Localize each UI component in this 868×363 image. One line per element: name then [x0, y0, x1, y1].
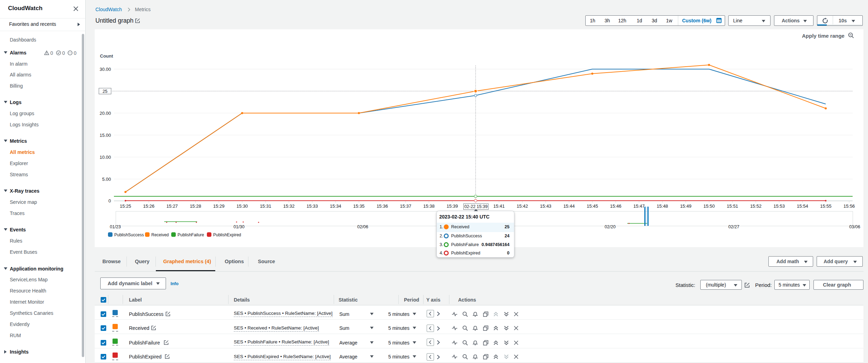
svg-text:30.00: 30.00 [100, 67, 111, 72]
svg-text:15:35: 15:35 [353, 203, 365, 209]
svg-text:15:55: 15:55 [820, 203, 832, 209]
svg-text:15:34: 15:34 [330, 203, 341, 209]
svg-text:03/06: 03/06 [849, 224, 860, 229]
svg-text:25: 25 [103, 89, 108, 94]
svg-text:15:38: 15:38 [423, 203, 435, 209]
svg-text:15:39: 15:39 [447, 203, 458, 209]
svg-text:15:43: 15:43 [540, 203, 551, 209]
svg-text:15:45: 15:45 [587, 203, 598, 209]
svg-text:Received: Received [151, 232, 169, 237]
svg-text:15:41: 15:41 [493, 203, 505, 209]
svg-text:0: 0 [108, 198, 111, 203]
svg-text:01/30: 01/30 [233, 224, 244, 229]
svg-text:15.00: 15.00 [100, 133, 111, 138]
svg-text:15:37: 15:37 [400, 203, 411, 209]
svg-text:PublishExpired: PublishExpired [213, 232, 241, 237]
svg-text:15:28: 15:28 [190, 203, 201, 209]
svg-text:15:31: 15:31 [260, 203, 272, 209]
svg-text:01/23: 01/23 [110, 224, 121, 229]
svg-text:PublishSuccess: PublishSuccess [114, 232, 144, 237]
svg-text:15:47: 15:47 [634, 203, 645, 209]
svg-text:20.00: 20.00 [100, 111, 111, 116]
svg-text:Count: Count [100, 53, 113, 59]
svg-text:15:54: 15:54 [797, 203, 808, 209]
svg-text:02/06: 02/06 [357, 224, 368, 229]
svg-text:15:44: 15:44 [563, 203, 575, 209]
svg-text:15:36: 15:36 [377, 203, 388, 209]
svg-text:15:32: 15:32 [283, 203, 295, 209]
svg-text:15:52: 15:52 [750, 203, 762, 209]
svg-text:15:50: 15:50 [703, 203, 715, 209]
svg-text:15:56: 15:56 [844, 203, 855, 209]
svg-text:15:25: 15:25 [120, 203, 131, 209]
svg-text:10.00: 10.00 [100, 155, 111, 160]
svg-text:15:51: 15:51 [727, 203, 738, 209]
svg-text:PublishFailure: PublishFailure [178, 232, 204, 237]
svg-text:15:53: 15:53 [773, 203, 785, 209]
svg-text:15:42: 15:42 [517, 203, 528, 209]
svg-text:15:26: 15:26 [143, 203, 155, 209]
svg-text:02/20: 02/20 [605, 224, 615, 229]
svg-text:15:33: 15:33 [306, 203, 318, 209]
svg-text:15:46: 15:46 [610, 203, 622, 209]
svg-text:15:49: 15:49 [680, 203, 692, 209]
svg-text:5.00: 5.00 [102, 177, 111, 182]
svg-text:15:48: 15:48 [657, 203, 668, 209]
svg-text:15:29: 15:29 [213, 203, 225, 209]
svg-text:15:27: 15:27 [166, 203, 178, 209]
svg-text:02/27: 02/27 [728, 224, 739, 229]
svg-text:15:30: 15:30 [237, 203, 248, 209]
